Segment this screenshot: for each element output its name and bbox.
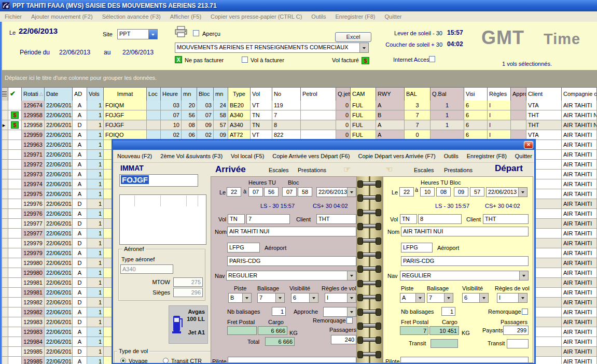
grid-cell-chk[interactable] [8,248,22,258]
arrivee-day-input[interactable]: 22 [227,187,241,197]
grid-cell-date[interactable]: 22/06/2013 [45,288,73,298]
depart-bloc-hour-input[interactable]: 09 [454,187,468,197]
grid-cell-vol[interactable]: TN [251,120,272,130]
grid-cell-chk[interactable]: $ [8,120,22,130]
grid-cell-vol[interactable]: VT [251,101,272,110]
grid-cell-ad[interactable]: D [73,239,87,248]
grid-header-bal[interactable]: BAL [405,88,431,101]
grid-header-ad[interactable]: AD [73,88,87,101]
grid-cell-ad[interactable]: A [73,337,87,347]
grid-cell-immat[interactable]: FOIQM [104,101,147,110]
grid-cell-rotati[interactable]: 129974 [22,179,45,189]
dropdown-arrow-icon[interactable] [359,43,368,52]
grid-cell-ad[interactable]: A [73,160,87,170]
grid-cell-date[interactable]: 22/06/2013 [45,120,73,130]
depart-nb-balisages-input[interactable]: 1 [441,307,455,316]
grid-cell-chk[interactable] [8,278,22,288]
menu-item-6[interactable]: Outils [307,13,330,20]
depart-remorquage-checkbox[interactable] [522,309,528,315]
arrivee-piste-select[interactable]: B [228,293,252,303]
grid-cell-date[interactable]: 22/06/2013 [45,268,73,278]
grid-cell-comp[interactable]: AIR TAHITI [562,179,597,189]
grid-cell-rotati[interactable]: 129674 [22,101,45,110]
grid-cell-ad[interactable]: A [73,110,87,120]
grid-header-qjetw[interactable]: Q.jetw [336,88,351,101]
sieges-input[interactable]: 296 [173,288,203,297]
depart-payants-input[interactable]: 299 [503,326,529,335]
immat-listbox[interactable] [119,194,206,245]
grid-cell-ad[interactable]: A [73,179,87,189]
depart-piste-select[interactable]: A [400,293,425,303]
grid-cell-vols[interactable]: 1 [87,258,104,268]
depart-prestations-link[interactable]: Prestations [444,167,473,173]
dropdown-arrow-icon[interactable] [519,271,528,280]
dialog-menu-item-6[interactable]: Outils [440,153,463,159]
arrivee-bloc-hour-input[interactable]: 07 [282,187,297,197]
grid-cell-date[interactable]: 22/06/2013 [45,239,73,248]
grid-cell-rotati[interactable]: 129983 [22,317,45,327]
grid-cell-rotati[interactable]: 129981 [22,288,45,298]
grid-cell-vols[interactable]: 1 [87,288,104,298]
grid-cell-qbal[interactable]: 1 [431,110,464,120]
column-chooser-icon[interactable] [2,91,7,96]
grid-cell-vols[interactable]: 1 [87,239,104,248]
grid-cell-mn2[interactable]: 24 [214,101,228,110]
dropdown-arrow-icon[interactable] [275,293,284,302]
dropdown-arrow-icon[interactable] [347,271,356,280]
depart-transit-pax-input[interactable] [507,339,529,348]
grid-header-petrol[interactable]: Petrol [301,88,336,101]
depart-client-input[interactable]: THT [483,214,529,224]
grid-cell-comp[interactable]: AIR TAHITI N [562,120,597,130]
hand-right-icon[interactable]: ☞ [343,164,351,174]
menu-item-1[interactable]: Fichier [0,13,26,20]
depart-pilote-input[interactable] [400,357,529,363]
grid-cell-ad[interactable]: D [73,258,87,268]
grid-cell-chk[interactable] [8,317,22,327]
dialog-menu-item-8[interactable]: Quitter [511,153,536,159]
grid-cell-vols[interactable]: 1 [87,248,104,258]
immat-input[interactable]: FOJGF [119,174,198,187]
arrivee-vol-code-input[interactable]: TN [228,214,245,224]
grid-cell-chk[interactable] [8,327,22,337]
grid-cell-date[interactable]: 22/06/2013 [45,110,73,120]
depart-icao-input[interactable]: LFPG [401,243,433,253]
grid-cell-date[interactable]: 22/06/2013 [45,170,73,179]
grid-cell-ad[interactable]: A [73,229,87,239]
grid-cell-ad[interactable]: A [73,327,87,337]
grid-cell-comp[interactable]: AIR TAHITI [562,278,597,288]
grid-cell-chk[interactable] [8,229,22,239]
grid-cell-vols[interactable]: 1 [87,357,104,364]
dialog-menu-item-4[interactable]: Copie Arrivée vers Départ (F6) [268,153,354,159]
grid-cell-vols[interactable]: 1 [87,120,104,130]
dialog-title-bar[interactable]: ✕ [113,141,534,150]
grid-cell-rotati[interactable]: 129977 [22,219,45,229]
grid-cell-rotati[interactable]: 129963 [22,140,45,150]
arrivee-nav-select[interactable]: REGULIER [226,271,356,281]
grid-cell-chk[interactable] [8,239,22,248]
dropdown-arrow-icon[interactable] [444,293,453,302]
grid-row[interactable]: ▸$12995822/06/2013D1FOJGF10080957A340TN8… [0,120,597,130]
grid-cell-petrol[interactable] [301,101,336,110]
site-select[interactable]: PPT [117,29,158,39]
grid-cell-petrol[interactable] [301,120,336,130]
grid-row[interactable]: $12995822/06/2013A1FOJGF07560758A340TN70… [0,110,597,120]
grid-header-no[interactable]: No [272,88,301,101]
grid-cell-comp[interactable]: AIR TAHITI [562,298,597,307]
dialog-menu-item-2[interactable]: 2ème Vol &suivants (F3) [156,153,227,159]
grid-header-appro[interactable]: Appro [511,88,526,101]
grid-cell-loc[interactable] [147,120,161,130]
grid-cell-rotati[interactable]: 129972 [22,160,45,170]
grid-cell-date[interactable]: 22/06/2013 [45,307,73,317]
grid-row[interactable]: 12967422/06/2013A1FOIQM03200324BE20VT119… [0,101,597,110]
grid-cell-qbal[interactable]: 1 [431,120,464,130]
grid-cell-type[interactable]: A340 [228,110,251,120]
grid-cell-no[interactable]: 7 [272,110,301,120]
grid-cell-qjetw[interactable]: 0 [336,110,351,120]
grid-cell-chk[interactable] [8,130,22,140]
grid-cell-date[interactable]: 22/06/2013 [45,327,73,337]
grid-cell-vols[interactable]: 1 [87,199,104,209]
grid-cell-comp[interactable]: AIR TAHITI [562,248,597,258]
arrivee-escales-link[interactable]: Escales [269,167,289,173]
grid-header-immat[interactable]: Immat [104,88,147,101]
grid-cell-rotati[interactable]: 129958 [22,120,45,130]
